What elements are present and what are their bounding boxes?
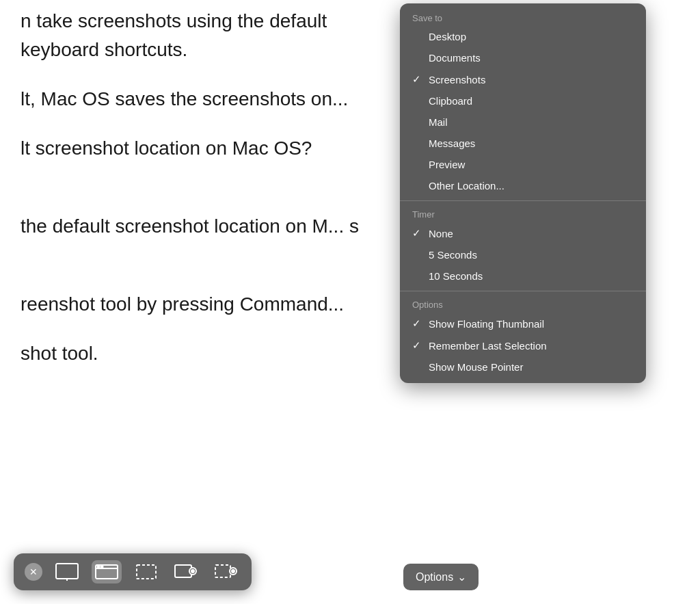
chevron-down-icon: ⌄ [457, 570, 466, 583]
capture-screen-button[interactable] [52, 560, 82, 583]
divider-2 [400, 291, 646, 291]
capture-window-icon [94, 562, 119, 581]
menu-item-remember-selection[interactable]: ✓ Remember Last Selection [400, 334, 646, 356]
menu-item-mail[interactable]: Mail [400, 111, 646, 133]
timer-section-label: Timer [400, 205, 646, 222]
close-icon: ✕ [29, 566, 38, 577]
menu-item-messages[interactable]: Messages [400, 133, 646, 154]
menu-item-desktop-label: Desktop [429, 31, 466, 42]
capture-selection-button[interactable] [131, 560, 161, 583]
svg-point-6 [101, 566, 103, 568]
divider-1 [400, 200, 646, 201]
bg-line-1: n take screenshots using the default key… [21, 7, 376, 64]
record-selection-button[interactable] [211, 560, 241, 583]
bg-line-2: lt, Mac OS saves the screenshots on... [21, 85, 376, 114]
svg-rect-11 [215, 565, 230, 577]
screenshot-toolbar: ✕ [14, 553, 252, 590]
checkmark-floating-thumbnail: ✓ [412, 317, 426, 330]
bg-line-4: the default screenshot location on M... … [21, 212, 376, 241]
menu-item-show-mouse-label: Show Mouse Pointer [429, 361, 523, 373]
menu-item-other-label: Other Location... [429, 180, 504, 192]
svg-rect-0 [56, 564, 78, 579]
svg-point-10 [191, 570, 194, 573]
menu-item-none[interactable]: ✓ None [400, 222, 646, 244]
menu-item-10sec-label: 10 Seconds [429, 270, 483, 282]
background-content: n take screenshots using the default key… [0, 0, 396, 395]
svg-rect-7 [137, 565, 156, 579]
bg-line-6: shot tool. [21, 339, 376, 368]
checkmark-none: ✓ [412, 227, 426, 239]
menu-item-mail-label: Mail [429, 116, 448, 128]
menu-item-messages-label: Messages [429, 137, 475, 149]
capture-window-button[interactable] [92, 560, 122, 583]
bg-line-3: lt screenshot location on Mac OS? [21, 134, 376, 163]
capture-screen-icon [55, 562, 79, 581]
svg-point-5 [98, 566, 100, 568]
options-label: Options [416, 571, 453, 583]
menu-item-none-label: None [429, 228, 453, 239]
save-to-section-label: Save to [400, 9, 646, 26]
menu-item-5sec[interactable]: 5 Seconds [400, 244, 646, 265]
menu-item-preview[interactable]: Preview [400, 154, 646, 175]
checkmark-remember-selection: ✓ [412, 339, 426, 352]
menu-item-10sec[interactable]: 10 Seconds [400, 265, 646, 287]
close-button[interactable]: ✕ [25, 563, 42, 581]
bg-line-5: reenshot tool by pressing Command... [21, 290, 376, 319]
menu-item-floating-thumbnail[interactable]: ✓ Show Floating Thumbnail [400, 313, 646, 334]
capture-selection-icon [134, 562, 159, 581]
record-screen-button[interactable] [171, 560, 201, 583]
svg-point-13 [232, 570, 234, 573]
menu-item-desktop[interactable]: Desktop [400, 26, 646, 47]
options-section-label: Options [400, 296, 646, 313]
menu-item-screenshots-label: Screenshots [429, 74, 485, 86]
options-button[interactable]: Options ⌄ [403, 564, 479, 590]
menu-item-remember-selection-label: Remember Last Selection [429, 340, 547, 352]
menu-item-clipboard[interactable]: Clipboard [400, 90, 646, 111]
menu-item-clipboard-label: Clipboard [429, 95, 472, 107]
checkmark-screenshots: ✓ [412, 73, 426, 86]
menu-item-show-mouse[interactable]: Show Mouse Pointer [400, 356, 646, 378]
menu-item-screenshots[interactable]: ✓ Screenshots [400, 68, 646, 90]
menu-item-5sec-label: 5 Seconds [429, 249, 477, 261]
menu-item-floating-thumbnail-label: Show Floating Thumbnail [429, 318, 544, 330]
record-screen-icon [174, 562, 198, 581]
menu-item-preview-label: Preview [429, 159, 465, 170]
context-menu: Save to Desktop Documents ✓ Screenshots … [400, 3, 646, 383]
menu-item-documents[interactable]: Documents [400, 47, 646, 68]
menu-item-documents-label: Documents [429, 52, 481, 64]
record-selection-icon [213, 562, 238, 581]
menu-item-other-location[interactable]: Other Location... [400, 175, 646, 196]
